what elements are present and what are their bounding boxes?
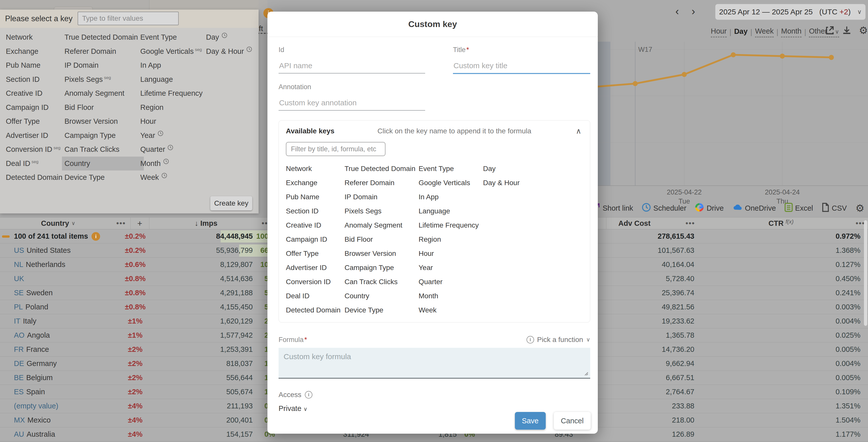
column-header-country[interactable]: Country∨ xyxy=(15,217,101,229)
period-tab-month[interactable]: Month xyxy=(781,27,802,37)
available-key-section-id[interactable]: Section ID xyxy=(286,207,344,215)
key-option-hour[interactable]: Hour xyxy=(138,114,202,129)
key-option-country[interactable]: Country xyxy=(62,157,144,171)
key-option-deal-id[interactable]: Deal IDseg xyxy=(3,157,60,171)
available-key-can-track-clicks[interactable]: Can Track Clicks xyxy=(344,278,418,286)
id-field[interactable] xyxy=(279,60,425,73)
period-tab-day[interactable]: Day xyxy=(734,27,747,37)
chart-settings-gear-icon[interactable]: ⚙ xyxy=(859,25,868,35)
adv-cost-column-menu[interactable]: ••• xyxy=(685,217,695,229)
key-option-true-detected-domain[interactable]: True Detected Domain xyxy=(62,30,144,44)
key-option-network[interactable]: Network xyxy=(3,30,60,44)
pick-function-dropdown[interactable]: i Pick a function ∨ xyxy=(527,336,590,344)
save-button[interactable]: Save xyxy=(515,412,546,430)
add-column-button[interactable]: + xyxy=(130,217,149,229)
available-key-pub-name[interactable]: Pub Name xyxy=(286,193,344,201)
date-range-picker[interactable]: 2025 Apr 12 — 2025 Apr 25 (UTC +2) ∨ xyxy=(715,4,865,20)
available-key-in-app[interactable]: In App xyxy=(418,193,483,201)
next-period-button[interactable]: › xyxy=(691,6,695,17)
annotation-field[interactable] xyxy=(279,97,425,111)
access-value-dropdown[interactable]: Private∨ xyxy=(279,404,590,413)
column-header-ctr[interactable]: CTRf(x) xyxy=(748,217,814,229)
available-keys-filter-input[interactable] xyxy=(286,142,385,156)
resize-handle-icon[interactable] xyxy=(584,371,588,377)
open-external-icon[interactable] xyxy=(825,25,835,35)
available-key-quarter[interactable]: Quarter xyxy=(418,278,483,286)
export-scheduler-button[interactable]: Scheduler xyxy=(642,203,686,214)
key-option-anomaly-segment[interactable]: Anomaly Segment xyxy=(62,87,144,101)
period-tab-hour[interactable]: Hour xyxy=(711,27,727,37)
key-option-region[interactable]: Region xyxy=(138,101,202,115)
table-settings-gear-icon[interactable]: ⚙ xyxy=(855,203,864,213)
available-key-creative-id[interactable]: Creative ID xyxy=(286,221,344,229)
key-option-campaign-id[interactable]: Campaign ID xyxy=(3,101,60,115)
available-key-google-verticals[interactable]: Google Verticals xyxy=(418,179,483,187)
available-key-exchange[interactable]: Exchange xyxy=(286,179,344,187)
column-header-adv-cost[interactable]: Adv Cost xyxy=(606,217,663,229)
export-drive-button[interactable]: Drive xyxy=(695,203,724,214)
available-key-referer-domain[interactable]: Referer Domain xyxy=(344,179,418,187)
key-option-campaign-type[interactable]: Campaign Type xyxy=(62,129,144,143)
available-key-week[interactable]: Week xyxy=(418,306,483,314)
create-key-button[interactable]: Create key xyxy=(210,196,252,210)
key-option-quarter[interactable]: Quarter xyxy=(138,142,202,157)
available-key-year[interactable]: Year xyxy=(418,264,483,272)
available-key-bid-floor[interactable]: Bid Floor xyxy=(344,235,418,243)
available-key-browser-version[interactable]: Browser Version xyxy=(344,249,418,258)
key-option-day-hour[interactable]: Day & Hour xyxy=(204,44,258,59)
key-option-exchange[interactable]: Exchange xyxy=(3,44,60,59)
available-key-detected-domain[interactable]: Detected Domain xyxy=(286,306,344,314)
export-onedrive-button[interactable]: OneDrive xyxy=(732,203,776,214)
key-option-section-id[interactable]: Section ID xyxy=(3,72,60,87)
available-key-device-type[interactable]: Device Type xyxy=(344,306,418,314)
key-option-lifetime-frequency[interactable]: Lifetime Frequency xyxy=(138,87,202,101)
key-option-bid-floor[interactable]: Bid Floor xyxy=(62,101,144,115)
key-option-language[interactable]: Language xyxy=(138,72,202,87)
key-option-device-type[interactable]: Device Type xyxy=(62,170,144,184)
available-key-anomaly-segment[interactable]: Anomaly Segment xyxy=(344,221,418,229)
key-option-in-app[interactable]: In App xyxy=(138,58,202,72)
key-option-day[interactable]: Day xyxy=(204,30,258,44)
available-key-month[interactable]: Month xyxy=(418,292,483,300)
column-header-imps[interactable]: ↓Imps xyxy=(175,217,238,229)
available-key-hour[interactable]: Hour xyxy=(418,249,483,258)
key-option-creative-id[interactable]: Creative ID xyxy=(3,87,60,101)
key-option-pixels-segs[interactable]: Pixels Segsseg xyxy=(62,72,144,87)
available-key-day[interactable]: Day xyxy=(483,165,583,173)
available-key-deal-id[interactable]: Deal ID xyxy=(286,292,344,300)
cancel-button[interactable]: Cancel xyxy=(554,412,591,430)
formula-textarea[interactable] xyxy=(279,348,590,379)
key-option-google-verticals[interactable]: Google Verticalsseg xyxy=(138,44,202,59)
key-option-conversion-id[interactable]: Conversion IDseg xyxy=(3,142,60,157)
available-key-lifetime-frequency[interactable]: Lifetime Frequency xyxy=(418,221,483,229)
key-option-pub-name[interactable]: Pub Name xyxy=(3,58,60,72)
key-option-event-type[interactable]: Event Type xyxy=(138,30,202,44)
available-key-true-detected-domain[interactable]: True Detected Domain xyxy=(344,165,418,173)
period-tab-week[interactable]: Week xyxy=(755,27,774,37)
key-option-browser-version[interactable]: Browser Version xyxy=(62,114,144,129)
key-option-referer-domain[interactable]: Referer Domain xyxy=(62,44,144,59)
key-filter-input[interactable] xyxy=(78,12,179,25)
available-key-day-hour[interactable]: Day & Hour xyxy=(483,179,583,187)
vertical-scrollbar[interactable] xyxy=(864,220,867,326)
prev-period-button[interactable]: ‹ xyxy=(675,6,679,17)
export-csv-button[interactable]: CSV xyxy=(822,203,847,214)
key-option-ip-domain[interactable]: IP Domain xyxy=(62,58,144,72)
available-key-campaign-id[interactable]: Campaign ID xyxy=(286,235,344,243)
key-option-year[interactable]: Year xyxy=(138,129,202,143)
collapse-chevron-up-icon[interactable]: ∧ xyxy=(574,127,583,135)
available-key-ip-domain[interactable]: IP Domain xyxy=(344,193,418,201)
info-icon[interactable]: i xyxy=(92,232,100,241)
title-field[interactable] xyxy=(453,60,590,74)
download-icon[interactable] xyxy=(842,25,852,35)
ctr-column-menu[interactable]: ••• xyxy=(856,217,865,229)
available-key-country[interactable]: Country xyxy=(344,292,418,300)
key-option-advertiser-id[interactable]: Advertiser ID xyxy=(3,129,60,143)
available-key-campaign-type[interactable]: Campaign Type xyxy=(344,264,418,272)
available-key-event-type[interactable]: Event Type xyxy=(418,165,483,173)
available-key-network[interactable]: Network xyxy=(286,165,344,173)
available-key-advertiser-id[interactable]: Advertiser ID xyxy=(286,264,344,272)
available-key-conversion-id[interactable]: Conversion ID xyxy=(286,278,344,286)
available-key-region[interactable]: Region xyxy=(418,235,483,243)
key-option-week[interactable]: Week xyxy=(138,170,202,184)
